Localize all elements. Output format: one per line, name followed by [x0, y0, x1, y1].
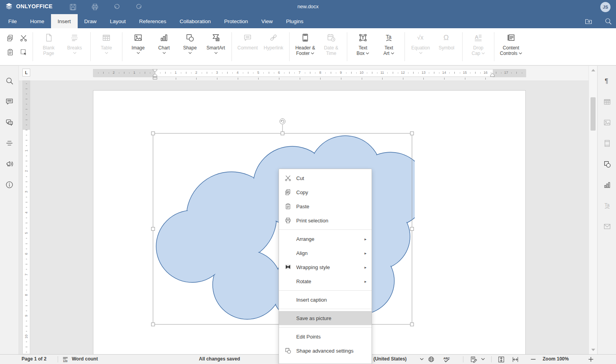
toolbar-button-text-art[interactable]: TaTextArt — [376, 28, 402, 56]
toolbar-button-label: SmartArt — [206, 46, 225, 51]
context-menu-item-paste[interactable]: Paste — [279, 199, 372, 213]
set-language-globe-icon[interactable] — [428, 356, 435, 363]
toolbar-button-header-footer[interactable]: Header &Footer — [292, 28, 318, 56]
context-menu-item-wrapping-style[interactable]: Wrapping style▸ — [279, 260, 372, 274]
toolbar-button-paste[interactable] — [4, 46, 16, 58]
menu-item-label: Insert caption — [296, 297, 327, 303]
zoom-in-icon[interactable] — [587, 356, 594, 363]
titlebar: ONLYOFFICE new.docx JS — [0, 0, 616, 14]
selection-handle-ne[interactable] — [410, 132, 414, 135]
left-sidebar — [0, 66, 19, 354]
toolbar-button-content-controls[interactable]: ContentControls — [497, 28, 525, 56]
paragraph-settings-icon[interactable]: ¶ — [603, 77, 611, 85]
tab-stop-selector[interactable]: L — [22, 69, 30, 76]
vertical-scrollbar[interactable] — [589, 66, 598, 354]
context-menu-item-insert-caption[interactable]: Insert caption — [279, 293, 372, 307]
shape-settings-icon[interactable] — [603, 160, 611, 168]
toolbar-button-smartart[interactable]: SmartArt — [203, 28, 229, 55]
toolbar-button-label: Blank — [43, 46, 55, 51]
paste-icon — [6, 48, 14, 56]
tab-home[interactable]: Home — [24, 14, 51, 28]
ruler-number: 5 — [24, 230, 28, 236]
ruler-number: 14 — [442, 71, 446, 75]
toolbar-group: BlankPageBreaks — [36, 28, 87, 65]
tab-plugins[interactable]: Plugins — [279, 14, 310, 28]
shape-icon — [185, 33, 195, 42]
toolbar-button-shape[interactable]: Shape — [177, 28, 203, 55]
open-file-location-icon[interactable] — [585, 17, 592, 25]
ruler-left-margin — [93, 69, 155, 77]
page-indicator[interactable]: Page 1 of 2 — [22, 356, 46, 362]
tab-file[interactable]: File — [2, 14, 24, 28]
search-icon[interactable] — [5, 76, 14, 85]
language-chevron-icon[interactable] — [420, 358, 424, 361]
context-menu-item-save-as-picture[interactable]: Save as picture — [279, 311, 372, 325]
toolbar-group: ADropCap — [465, 28, 491, 65]
context-menu-item-align[interactable]: Align▸ — [279, 246, 372, 260]
menu-item-label: Copy — [296, 189, 308, 195]
tab-view[interactable]: View — [255, 14, 279, 28]
toolbar-button-copy[interactable] — [4, 32, 16, 44]
context-menu-item-cut[interactable]: Cut — [279, 171, 372, 185]
context-menu-item-rotate[interactable]: Rotate▸ — [279, 274, 372, 288]
tab-layout[interactable]: Layout — [103, 14, 133, 28]
ruler-number: 16 — [483, 71, 487, 75]
toolbar-button-chart[interactable]: Chart — [151, 28, 177, 55]
tab-insert[interactable]: Insert — [51, 14, 78, 28]
track-changes-chevron-icon[interactable] — [481, 358, 485, 361]
zoom-out-icon[interactable] — [530, 356, 537, 363]
rotate-handle[interactable] — [280, 119, 285, 124]
toolbar-button-label: Breaks — [67, 46, 82, 51]
tab-references[interactable]: References — [133, 14, 173, 28]
context-menu-item-arrange[interactable]: Arrange▸ — [279, 232, 372, 246]
comments-icon[interactable] — [5, 97, 14, 106]
spellcheck-icon[interactable]: ABC — [443, 356, 450, 363]
toolbar-button-image[interactable]: Image — [125, 28, 151, 55]
table-icon — [102, 33, 111, 42]
toolbar-button-label: Image — [131, 46, 144, 51]
tab-draw[interactable]: Draw — [78, 14, 104, 28]
selection-handle-e[interactable] — [410, 227, 414, 230]
selection-handle-se[interactable] — [410, 323, 414, 326]
scroll-up-icon[interactable] — [591, 69, 595, 71]
navigation-icon[interactable] — [5, 139, 14, 147]
about-icon[interactable] — [5, 180, 14, 189]
toolbar-button-drop-cap: ADropCap — [465, 28, 491, 56]
fit-page-icon[interactable] — [498, 356, 505, 363]
toolbar-button-cut[interactable] — [17, 32, 30, 44]
context-menu-item-print-selection[interactable]: Print selection — [279, 213, 372, 228]
fit-width-icon[interactable] — [512, 356, 519, 363]
tab-collaboration[interactable]: Collaboration — [173, 14, 218, 28]
toolbar-button-select[interactable] — [17, 46, 30, 58]
scroll-down-icon[interactable] — [591, 349, 595, 351]
scrollbar-thumb[interactable] — [590, 97, 596, 131]
toolbar-group: Header &FooterDate &Time — [292, 28, 344, 65]
tab-protection[interactable]: Protection — [217, 14, 255, 28]
context-menu-item-shape-advanced-settings[interactable]: Shape advanced settings — [279, 344, 372, 358]
chevron-down-icon — [162, 52, 166, 55]
word-count-label[interactable]: Word count — [72, 356, 98, 362]
context-menu-item-edit-points[interactable]: Edit Points — [279, 329, 372, 344]
copy-icon — [6, 34, 14, 42]
svg-text:Ω: Ω — [443, 34, 448, 42]
track-changes-icon[interactable] — [470, 356, 477, 363]
toolbar-group — [4, 28, 30, 65]
selection-handle-w[interactable] — [151, 227, 155, 230]
search-icon[interactable] — [604, 17, 612, 25]
chevron-down-icon — [73, 52, 77, 55]
word-count-icon[interactable]: 123 — [62, 356, 69, 363]
chart-settings-icon[interactable] — [603, 181, 611, 189]
avatar[interactable]: JS — [600, 2, 611, 12]
toolbar-button-label: Footer — [295, 51, 315, 56]
selection-handle-n[interactable] — [281, 132, 284, 135]
feedback-icon[interactable] — [5, 160, 14, 168]
ruler-number: 2 — [195, 71, 197, 75]
ruler-number: 1 — [133, 71, 135, 75]
context-menu-item-copy[interactable]: Copy — [279, 185, 372, 199]
chevron-down-icon — [481, 52, 485, 55]
chat-icon[interactable] — [5, 118, 14, 127]
submenu-arrow-icon: ▸ — [364, 265, 366, 269]
selection-handle-sw[interactable] — [151, 323, 155, 326]
toolbar-button-text-box[interactable]: TextBox — [350, 28, 376, 56]
selection-handle-nw[interactable] — [151, 132, 155, 135]
